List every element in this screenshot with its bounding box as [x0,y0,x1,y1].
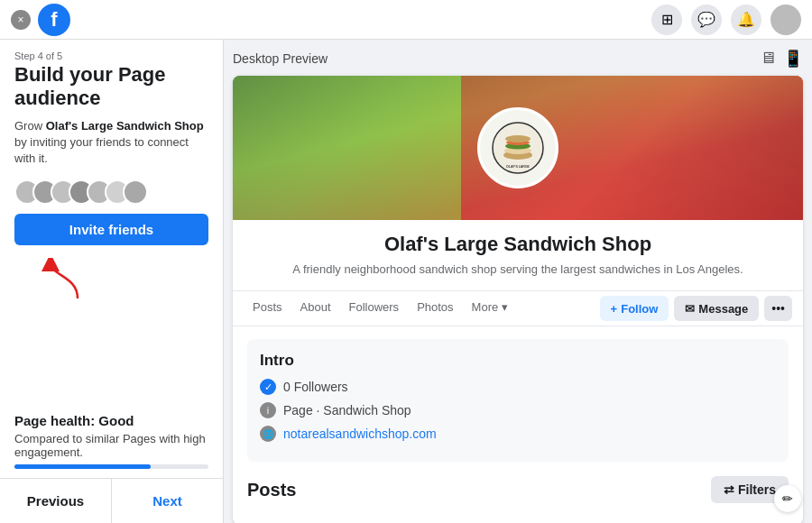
invite-friends-button[interactable]: Invite friends [14,214,208,245]
fb-page-preview: OLAF'S LARGE Olaf's Large Sandwich Shop … [233,76,803,523]
arrow-icon [32,258,87,303]
page-content: Intro ✓ 0 Followers i Page · Sandwich Sh… [233,326,803,523]
globe-icon: 🌐 [260,426,276,442]
topbar: × f ⊞ 💬 🔔 [0,0,812,40]
page-type-item: i Page · Sandwich Shop [260,402,776,418]
page-type: Page · Sandwich Shop [283,403,411,417]
page-info: Olaf's Large Sandwich Shop A friendly ne… [233,220,803,278]
previous-button[interactable]: Previous [0,479,112,523]
main-content: Step 4 of 5 Build your Page audience Gro… [0,40,812,523]
mobile-icon[interactable]: 📱 [783,49,803,69]
posts-header: Posts ⇄ Filters [247,476,789,503]
intro-title: Intro [260,352,776,370]
message-button[interactable]: ✉ Message [674,296,759,321]
nav-about[interactable]: About [291,291,340,326]
page-description: Grow Olaf's Large Sandwich Shop by invit… [14,118,208,168]
health-bar-background [14,464,208,469]
svg-text:OLAF'S LARGE: OLAF'S LARGE [506,165,531,169]
nav-photos[interactable]: Photos [408,291,462,326]
health-description: Compared to similar Pages with high enga… [14,432,208,459]
edit-icon-button[interactable]: ✏ [774,485,801,512]
intro-section: Intro ✓ 0 Followers i Page · Sandwich Sh… [247,339,789,462]
page-health: Page health: Good Compared to similar Pa… [0,413,223,478]
health-bar-fill [14,464,151,469]
business-name: Olaf's Large Sandwich Shop [247,233,789,256]
preview-label: Desktop Preview [233,51,328,66]
followers-count-item: ✓ 0 Followers [260,379,776,395]
cover-photo: OLAF'S LARGE [233,76,803,220]
close-button[interactable]: × [11,10,31,30]
followers-count: 0 Followers [283,380,348,394]
friend-avatar-7 [123,179,148,205]
posts-title: Posts [247,480,296,500]
messenger-icon[interactable]: 💬 [691,5,722,35]
preview-header: Desktop Preview 🖥 📱 [233,49,803,69]
nav-actions: + Follow ✉ Message ••• [600,296,792,321]
next-button[interactable]: Next [112,479,223,523]
bottom-navigation: Previous Next [0,478,223,523]
nav-more[interactable]: More ▾ [463,291,517,326]
message-icon: ✉ [685,302,695,316]
nav-posts[interactable]: Posts [244,291,291,326]
health-title: Page health: Good [14,413,208,428]
follow-icon: + [611,302,618,316]
desktop-icon[interactable]: 🖥 [760,49,776,69]
left-content: Step 4 of 5 Build your Page audience Gro… [0,40,223,413]
apps-icon[interactable]: ⊞ [651,5,682,35]
nav-links: Posts About Followers Photos More ▾ [244,291,517,326]
info-icon: i [260,402,276,418]
website-item: 🌐 notarealsandwichshop.com [260,426,776,442]
notifications-icon[interactable]: 🔔 [731,5,761,35]
page-tagline: A friendly neighborhood sandwich shop se… [247,262,789,278]
followers-icon: ✓ [260,379,276,395]
sandwich-logo-icon: OLAF'S LARGE [491,121,545,175]
step-label: Step 4 of 5 [14,50,208,61]
red-arrow [14,258,208,303]
posts-section: Posts ⇄ Filters [247,476,789,503]
svg-point-6 [505,135,531,142]
topbar-right: ⊞ 💬 🔔 [651,5,801,35]
page-title: Build your Page audience [14,63,208,111]
page-logo: OLAF'S LARGE [477,107,558,188]
follow-button[interactable]: + Follow [600,296,669,321]
friends-avatars [14,179,208,205]
nav-followers[interactable]: Followers [340,291,409,326]
topbar-left: × f [11,4,70,36]
facebook-logo: f [38,4,70,36]
website-url: notarealsandwichshop.com [283,427,437,441]
page-navigation: Posts About Followers Photos More ▾ + Fo… [233,290,803,326]
more-options-button[interactable]: ••• [764,296,792,321]
left-panel-inner: Step 4 of 5 Build your Page audience Gro… [0,40,223,523]
right-panel: Desktop Preview 🖥 📱 [224,40,812,523]
user-avatar[interactable] [770,5,801,35]
device-icons: 🖥 📱 [760,49,803,69]
left-panel: Step 4 of 5 Build your Page audience Gro… [0,40,224,523]
